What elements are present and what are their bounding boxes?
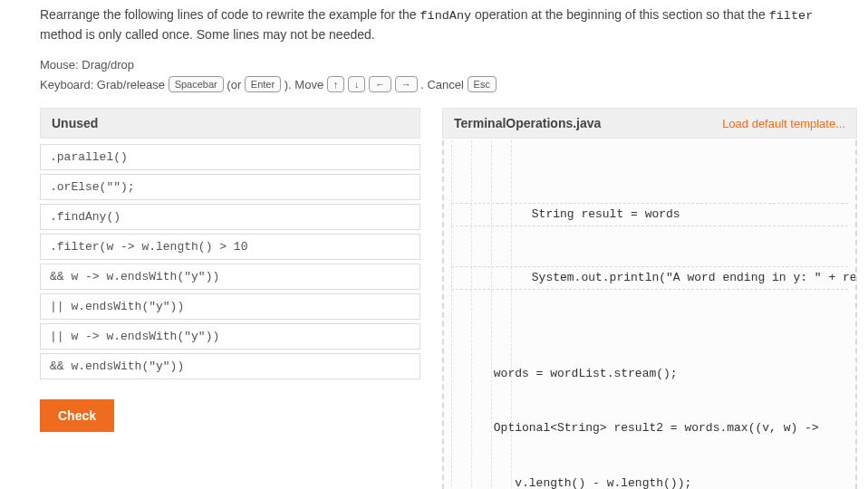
key-esc: Esc <box>468 76 497 92</box>
code-tile[interactable]: .findAny() <box>40 204 420 230</box>
key-right: → <box>395 76 418 92</box>
code-tile[interactable]: && w.endsWith("y")) <box>40 353 420 379</box>
code-tile[interactable]: .parallel() <box>40 144 420 170</box>
code-tile[interactable]: || w -> w.endsWith("y")) <box>40 323 420 350</box>
code-line: Optional<String> result2 = words.max((v,… <box>451 419 848 437</box>
code-file-name: TerminalOperations.java <box>454 116 601 130</box>
hint-keyboard: Keyboard: Grab/release Spacebar (or Ente… <box>40 75 857 95</box>
code-tile[interactable]: .filter(w -> w.length() > 10 <box>40 234 420 260</box>
key-spacebar: Spacebar <box>169 76 224 92</box>
code-line[interactable]: System.out.println("A word ending in y: … <box>451 266 848 290</box>
unused-header-label: Unused <box>52 116 98 130</box>
unused-tile-list[interactable]: .parallel() .orElse(""); .findAny() .fil… <box>40 144 420 379</box>
code-tile[interactable]: .orElse(""); <box>40 174 420 200</box>
code-line[interactable]: String result = words <box>451 203 848 226</box>
code-tile[interactable]: || w.endsWith("y")) <box>40 293 420 320</box>
key-enter: Enter <box>245 76 281 92</box>
key-up: ↑ <box>327 76 345 92</box>
check-button[interactable]: Check <box>40 399 114 432</box>
hint-kb-prefix: Keyboard: Grab/release <box>40 78 169 91</box>
hint-kb-or: (or <box>227 78 245 91</box>
instructions-text: Rearrange the following lines of code to… <box>40 5 857 44</box>
hint-kb-move: ). Move <box>285 78 327 91</box>
instr-code-findany: findAny <box>420 9 471 23</box>
code-file-header: TerminalOperations.java Load default tem… <box>442 108 857 139</box>
code-tile[interactable]: && w -> w.endsWith("y")) <box>40 264 420 290</box>
instr-code-filter: filter <box>769 9 814 23</box>
instr-post: method is only called once. Some lines m… <box>40 27 375 42</box>
code-drop-panel[interactable]: String result = words System.out.println… <box>442 140 857 489</box>
hint-kb-cancel: . Cancel <box>420 78 467 91</box>
keyboard-hints: Mouse: Drag/drop Keyboard: Grab/release … <box>40 55 857 95</box>
load-default-template-link[interactable]: Load default template... <box>722 117 845 130</box>
key-left: ← <box>369 76 391 92</box>
instr-pre: Rearrange the following lines of code to… <box>40 7 420 22</box>
key-down: ↓ <box>348 76 366 92</box>
code-line: words = wordList.stream(); <box>451 365 848 383</box>
hint-mouse: Mouse: Drag/drop <box>40 55 857 75</box>
code-line: v.length() - w.length()); <box>451 475 848 489</box>
instr-mid: operation at the beginning of this secti… <box>471 7 768 22</box>
unused-header: Unused <box>40 108 420 139</box>
